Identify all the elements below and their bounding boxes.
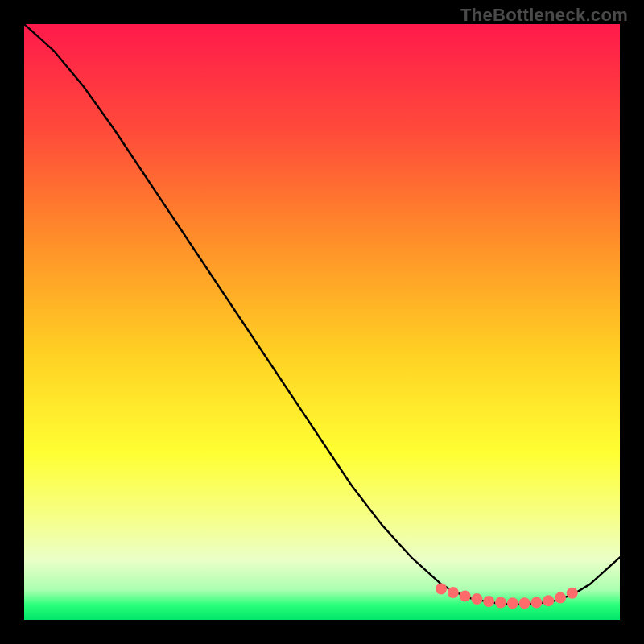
chart-canvas: [24, 24, 620, 620]
marker-dot: [471, 593, 482, 605]
marker-dot: [530, 597, 542, 609]
gradient-background: [24, 24, 620, 620]
marker-dot: [519, 597, 530, 609]
marker-dot: [436, 584, 447, 595]
marker-dot: [507, 597, 518, 609]
marker-dot: [555, 592, 566, 604]
marker-dot: [483, 596, 494, 607]
marker-dot: [460, 590, 471, 601]
watermark-text: TheBottleneck.com: [460, 5, 628, 26]
marker-dot: [448, 587, 459, 598]
marker-dot: [567, 588, 578, 599]
plot-area: [24, 24, 620, 620]
marker-dot: [543, 595, 554, 606]
chart-frame: TheBottleneck.com: [0, 0, 644, 644]
marker-dot: [495, 597, 506, 609]
